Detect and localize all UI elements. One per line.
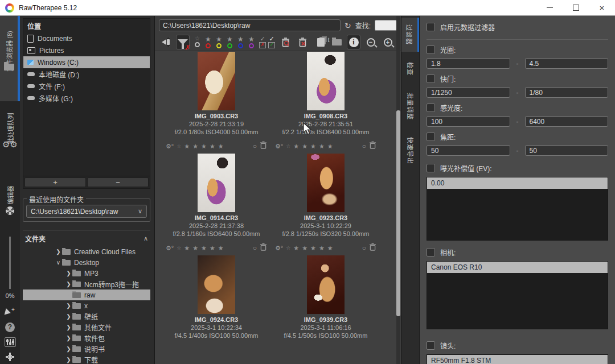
range-min-input[interactable]: 1.8 [427,58,510,69]
recent-folders-dropdown[interactable]: C:\Users\18621\Desktop\raw ∨ [26,205,147,218]
tab-editor[interactable]: 编辑器 [0,171,20,234]
folder-tree-item[interactable]: ❯x [23,300,150,311]
folders-header-row[interactable]: 文件夹 ∧ [23,230,150,245]
zoom-out-button[interactable]: − [364,35,378,49]
new-editor-button[interactable]: + [0,305,20,320]
camera-selected-value[interactable]: Canon EOS R10 [427,262,608,273]
star-icon[interactable]: ★ [218,245,224,251]
color-label-icon[interactable]: ○ [362,143,366,150]
folder-tree-item[interactable]: ❯壁纸 [23,311,150,322]
range-max-input[interactable]: 6400 [525,116,609,127]
chevron-collapsed-icon[interactable]: ❯ [65,346,72,352]
place-item[interactable]: 文件 (F:) [23,80,150,92]
refresh-icon[interactable]: ↻ [345,21,351,30]
place-item[interactable]: 本地磁盘 (D:) [23,68,150,80]
star-icon[interactable]: ★ [302,143,308,150]
filter-checkbox[interactable] [427,133,435,141]
chevron-collapsed-icon[interactable]: ❯ [65,270,72,276]
place-item[interactable]: Documents [23,32,150,44]
right-tab-inactive[interactable]: 快速导出 [401,130,419,171]
star-0-icon[interactable]: ☆ [286,144,290,149]
star-icon[interactable]: ★ [184,245,190,251]
camera-checkbox[interactable] [427,248,435,257]
place-item[interactable]: 多媒体 (G:) [23,92,150,104]
path-field[interactable]: C:\Users\18621\Desktop\raw [159,19,341,31]
clear-filters-button[interactable]: ✗ [176,35,190,49]
scrollbar-thumb[interactable] [396,110,400,316]
filter-rank-1[interactable]: ★ [204,36,212,48]
gray-label-icon[interactable] [195,42,200,47]
collapse-left-panel-button[interactable] [159,35,173,49]
folder-tree-item[interactable]: ❯Creative Cloud Files [23,246,150,257]
ev-selected-value[interactable]: 0.00 [427,177,608,189]
ev-checkbox[interactable] [427,164,435,172]
chevron-collapsed-icon[interactable]: ❯ [55,249,62,255]
folder-tree-item[interactable]: ❯Ncm转mp3拖一拖 [23,279,150,289]
enable-metadata-filter-row[interactable]: 启用元数据过滤器 [427,22,608,32]
range-min-input[interactable]: 50 [427,145,510,156]
lens-checkbox[interactable] [427,341,435,350]
star-icon[interactable]: ★ [293,245,299,251]
range-max-input[interactable]: 4.5 [525,58,609,69]
star-icon[interactable]: ★ [184,143,190,150]
star-icon[interactable]: ★ [201,143,207,150]
close-button[interactable]: × [589,0,615,15]
tab-file-browser[interactable]: 文件浏览器 (8) [0,16,20,101]
vertical-scrollbar[interactable] [396,16,400,364]
preferences-button[interactable] [0,334,20,349]
range-max-input[interactable]: 50 [525,145,609,156]
color-label-icon[interactable]: ○ [253,245,257,251]
photo-thumbnail[interactable] [307,52,345,110]
gears-icon[interactable]: ⚙° [275,245,283,251]
blue-label-icon[interactable] [238,43,243,48]
chevron-collapsed-icon[interactable]: ❯ [65,303,72,309]
tab-batch-queue[interactable]: 批处理队列 ⚙⚙ [0,101,20,171]
right-tab-inactive[interactable]: 检查 [401,55,419,82]
photo-thumbnail[interactable] [198,52,235,110]
right-tab-active[interactable]: 过滤器 [401,18,419,52]
filter-edited[interactable]: ✓✓ [268,36,275,48]
folder-tree-item[interactable]: ❯软件包 [23,333,150,344]
folder-tree-item[interactable]: ∨Desktop [23,257,150,268]
trash-button[interactable] [260,141,267,151]
color-label-icon[interactable]: ○ [362,245,366,251]
zoom-in-button[interactable]: + [381,35,395,49]
star-icon[interactable]: ★ [201,245,207,251]
yellow-label-icon[interactable] [216,43,222,48]
star-icon[interactable]: ★ [210,143,215,150]
filter-rank-3[interactable]: ★ [226,36,234,48]
chevron-collapsed-icon[interactable]: ❯ [65,324,72,330]
folder-tree-item[interactable]: ❯MP3 [23,268,150,279]
filter-checkbox[interactable] [427,46,435,54]
gears-icon[interactable]: ⚙° [275,143,283,150]
filter-rank-4[interactable]: ★ [236,36,245,48]
fullscreen-button[interactable] [0,349,20,364]
trash-button[interactable] [369,141,376,151]
star-0-icon[interactable]: ☆ [177,144,181,149]
gears-icon[interactable]: ⚙° [166,245,174,251]
star-icon[interactable]: ★ [327,245,333,251]
remove-place-button[interactable]: − [87,177,149,187]
star-icon[interactable]: ★ [302,245,308,251]
red-label-icon[interactable] [206,43,211,48]
chevron-collapsed-icon[interactable]: ❯ [65,281,72,287]
chevron-collapsed-icon[interactable]: ❯ [65,335,72,341]
folder-tree-item[interactable]: ❯其他文件 [23,322,150,333]
photo-thumbnail[interactable] [198,255,235,314]
folder-tree-item[interactable]: ❯说明书 [23,344,150,354]
filter-rank-5[interactable]: ★ [247,36,256,48]
folder-tree-item[interactable]: ❯下载 [23,354,150,364]
range-min-input[interactable]: 1/1250 [427,87,510,98]
search-input[interactable] [375,20,397,31]
chevron-collapsed-icon[interactable]: ❯ [65,313,72,320]
empty-trash-button[interactable] [296,35,309,49]
star-icon[interactable]: ★ [218,143,224,150]
star-0-icon[interactable]: ☆ [177,246,181,251]
purple-label-icon[interactable] [249,43,254,48]
star-icon[interactable]: ★ [319,245,325,251]
green-label-icon[interactable] [227,43,232,48]
minimize-button[interactable] [536,0,563,15]
lens-selected-value[interactable]: RF50mm F1.8 STM [427,355,608,364]
trash-button[interactable] [369,243,376,253]
range-min-input[interactable]: 100 [427,116,510,127]
